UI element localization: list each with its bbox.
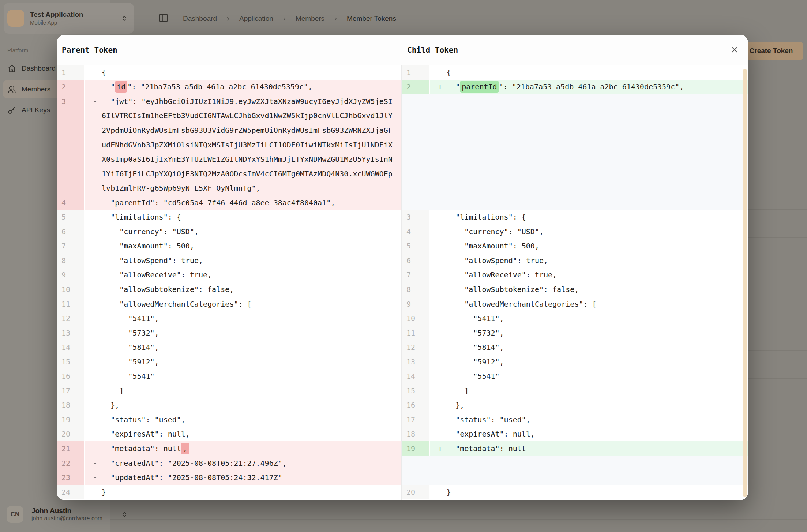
diff-row: X0sImp0aSI6IjIxYmE3YTUzLWE1ZGItNDYxYS1hM…	[57, 152, 401, 166]
code-line: },	[430, 398, 748, 413]
code-line: "maxAmount": 500,	[85, 239, 401, 254]
line-number: 20	[57, 427, 85, 442]
diff-row: 17 "status": "used",	[402, 412, 748, 427]
user-name: John Austin	[31, 506, 120, 515]
sidebar-item-label: Members	[22, 85, 50, 93]
diff-row: 20 "expiresAt": null,	[57, 427, 401, 442]
diff-collapsed-spacer	[402, 94, 748, 210]
code-line: ]	[85, 383, 401, 398]
diff-row: 1 {	[402, 65, 748, 80]
line-number: 16	[57, 369, 85, 383]
diff-row: 20 }	[402, 485, 748, 499]
child-token-pane: 1 {2+ "parentId": "21ba7a53-a5db-461a-a2…	[401, 65, 748, 500]
sidebar-section-label: Platform	[7, 47, 28, 53]
code-line: "5912",	[430, 355, 748, 369]
code-line: "allowReceive": true,	[85, 268, 401, 282]
breadcrumb-member-tokens: Member Tokens	[347, 15, 396, 23]
diff-row: 8 "allowSpend": true,	[57, 253, 401, 268]
code-line: "5732",	[85, 326, 401, 340]
code-line: 1YiI6IjEiLCJpYXQiOjE3NTQ2MzA0ODcsImV4cCI…	[85, 166, 401, 181]
app-subtitle: Mobile App	[30, 19, 120, 26]
user-avatar: CN	[7, 506, 23, 523]
line-number: 14	[402, 369, 430, 384]
breadcrumb-application[interactable]: Application	[239, 15, 273, 23]
topbar-divider	[175, 14, 175, 23]
line-number: 18	[57, 398, 85, 413]
diff-row: 6IlVTRCIsIm1heEFtb3VudCI6NTAwLCJhbGxvd1N…	[57, 109, 401, 123]
diff-row: 10 "allowSubtokenize": false,	[57, 282, 401, 297]
line-number: 18	[402, 427, 430, 442]
sidebar-item-label: API Keys	[22, 106, 50, 114]
line-number: 10	[402, 311, 430, 326]
breadcrumb-dashboard[interactable]: Dashboard	[183, 15, 217, 23]
breadcrumb: Dashboard Application Members Member Tok…	[183, 13, 396, 24]
diff-row: 14 "5541"	[402, 369, 748, 384]
create-token-button[interactable]: Create Token	[739, 42, 803, 60]
diff-row: 16 "5541"	[57, 369, 401, 383]
diff-row: 11 "5732",	[402, 326, 748, 340]
line-number: 20	[402, 485, 430, 499]
line-number: 8	[57, 253, 85, 268]
diff-row: 11 "allowedMerchantCategories": [	[57, 297, 401, 311]
line-number	[57, 138, 85, 152]
diff-row: 2- "id": "21ba7a53-a5db-461a-a2bc-61430d…	[57, 80, 401, 94]
line-number: 3	[402, 210, 430, 224]
line-number: 22	[57, 456, 85, 471]
code-line: "allowReceive": true,	[430, 268, 748, 282]
line-number	[57, 109, 85, 123]
diff-row: 1 {	[57, 65, 401, 80]
code-line: - "parentId": "cd5c05a4-7f46-446d-a8ee-3…	[85, 195, 401, 210]
code-line: "allowedMerchantCategories": [	[430, 297, 748, 311]
home-icon	[7, 64, 16, 73]
diff-row: 6 "currency": "USD",	[57, 224, 401, 239]
line-number: 3	[57, 94, 85, 109]
diff-row: 2VpdmUiOnRydWUsImFsbG93U3VidG9rZW5pemUiO…	[57, 123, 401, 138]
line-number: 1	[57, 65, 85, 80]
code-line: + "metadata": null	[430, 441, 748, 456]
line-number: 6	[57, 224, 85, 239]
line-number: 13	[57, 326, 85, 340]
line-number: 13	[402, 355, 430, 369]
code-line: "limitations": {	[430, 210, 748, 224]
diff-row: 2+ "parentId": "21ba7a53-a5db-461a-a2bc-…	[402, 80, 748, 94]
diff-word-highlight: id	[115, 81, 127, 93]
line-number: 6	[402, 253, 430, 268]
diff-row: 13 "5912",	[402, 355, 748, 369]
diff-row: 4- "parentId": "cd5c05a4-7f46-446d-a8ee-…	[57, 195, 401, 210]
diff-row: 10 "5411",	[402, 311, 748, 326]
app-selector[interactable]: Test Application Mobile App	[4, 3, 134, 34]
code-line: "allowSubtokenize": false,	[85, 282, 401, 297]
code-line: {	[430, 65, 748, 80]
line-number: 15	[402, 383, 430, 398]
parent-token-pane: 1 {2- "id": "21ba7a53-a5db-461a-a2bc-614…	[57, 65, 401, 500]
line-number	[57, 152, 85, 166]
code-line: ]	[430, 383, 748, 398]
child-token-title: Child Token	[407, 35, 458, 65]
line-number: 19	[402, 441, 430, 456]
close-button[interactable]	[728, 43, 742, 57]
code-line: lvb1ZmlFRV-g65Wp69yN_L5XF_QyNlmnTg",	[85, 181, 401, 195]
line-number: 7	[402, 268, 430, 282]
code-line: },	[85, 398, 401, 413]
modal-scrollbar[interactable]	[743, 69, 747, 497]
code-line: "expiresAt": null,	[85, 427, 401, 442]
line-number: 4	[57, 195, 85, 210]
code-line: "5732",	[430, 326, 748, 340]
line-number: 7	[57, 239, 85, 254]
sidebar-toggle-button[interactable]	[158, 12, 169, 23]
diff-row: udENhdGVnb3JpZXMiOlsiNTQxMSIsIjU3MzIiLCI…	[57, 138, 401, 152]
diff-row: 7 "allowReceive": true,	[402, 268, 748, 282]
line-number: 4	[402, 224, 430, 239]
code-line: "currency": "USD",	[430, 224, 748, 239]
code-line: "5814",	[85, 340, 401, 355]
code-line: "limitations": {	[85, 210, 401, 224]
code-line: "maxAmount": 500,	[430, 239, 748, 254]
line-number: 17	[402, 412, 430, 427]
line-number: 11	[402, 326, 430, 340]
sidebar-item-label: Dashboard	[22, 64, 56, 72]
diff-row: 18 "expiresAt": null,	[402, 427, 748, 442]
modal-header: Parent Token Child Token	[57, 35, 748, 65]
diff-view: 1 {2- "id": "21ba7a53-a5db-461a-a2bc-614…	[57, 65, 748, 500]
chevron-right-icon	[333, 16, 339, 22]
breadcrumb-members[interactable]: Members	[296, 15, 324, 23]
